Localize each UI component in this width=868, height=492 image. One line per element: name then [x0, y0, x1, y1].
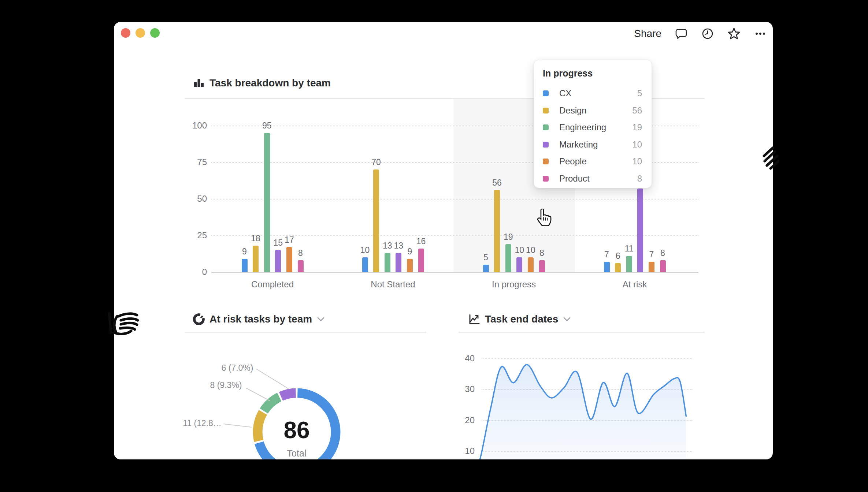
tooltip-row-label: Marketing: [559, 139, 598, 150]
y-axis-tick-label: 10: [449, 446, 475, 456]
y-axis-tick-label: 30: [449, 384, 475, 394]
y-axis-tick-label: 0: [181, 267, 207, 277]
bar-value-label: 8: [529, 248, 555, 258]
minimize-button[interactable]: [136, 28, 145, 38]
donut-chart-title: At risk tasks by team: [209, 313, 312, 325]
tooltip-row: Design56: [543, 102, 642, 119]
gridline: [211, 272, 698, 273]
x-axis-category-label: In progress: [474, 279, 554, 290]
chevron-down-icon: [317, 317, 325, 322]
bar-value-label: 56: [484, 178, 510, 188]
legend-swatch: [543, 176, 549, 182]
legend-swatch: [543, 142, 549, 148]
zoom-button[interactable]: [150, 28, 160, 38]
area-chart: [477, 351, 694, 459]
line-chart-title: Task end dates: [485, 313, 558, 325]
y-axis-tick-label: 50: [181, 194, 207, 204]
bar-value-label: 19: [496, 232, 521, 242]
line-chart-icon: [468, 313, 480, 325]
bar-value-label: 70: [363, 157, 389, 167]
tooltip-row-value: 8: [637, 174, 642, 184]
tooltip-row-label: CX: [559, 88, 571, 98]
x-axis-category-label: At risk: [594, 279, 675, 290]
legend-swatch: [543, 108, 549, 113]
bar-chart-title: Task breakdown by team: [209, 77, 331, 89]
star-icon[interactable]: [727, 27, 741, 40]
bar-value-label: 16: [408, 236, 434, 246]
tooltip-row-value: 10: [632, 139, 642, 150]
bar-marketing-in-progress[interactable]: [516, 257, 522, 272]
chart-tooltip: In progress CX5Design56Engineering19Mark…: [534, 60, 652, 188]
bar-value-label: 95: [254, 121, 280, 131]
history-clock-icon[interactable]: [701, 27, 714, 40]
tooltip-row: Engineering19: [543, 119, 642, 136]
bar-product-not-started[interactable]: [418, 249, 424, 272]
bar-people-not-started[interactable]: [407, 259, 413, 272]
bar-cx-not-started[interactable]: [362, 257, 368, 272]
bar-design-completed[interactable]: [253, 246, 259, 272]
hand-pointer-cursor: [535, 209, 552, 227]
tooltip-row: CX5: [543, 85, 642, 102]
tooltip-row: Marketing10: [543, 136, 642, 153]
hand-doodle-scribble: [106, 310, 147, 340]
donut-total-label: Total: [260, 448, 333, 459]
gridline: [211, 199, 698, 200]
tooltip-row-label: Engineering: [559, 122, 606, 133]
bar-value-label: 17: [277, 235, 302, 245]
squiggle-scribble: [761, 144, 779, 173]
y-axis-tick-label: 25: [181, 230, 207, 241]
bar-cx-at-risk[interactable]: [604, 262, 610, 272]
tooltip-row-label: Product: [559, 174, 590, 184]
bar-engineering-not-started[interactable]: [385, 253, 390, 272]
bar-engineering-completed[interactable]: [264, 133, 270, 272]
more-ellipsis-icon[interactable]: [754, 27, 767, 40]
bar-value-label: 8: [650, 248, 676, 258]
y-axis-tick-label: 100: [181, 120, 207, 131]
bar-design-in-progress[interactable]: [494, 190, 500, 272]
donut-leader-lines: [216, 362, 297, 432]
bar-marketing-completed[interactable]: [275, 250, 281, 272]
bar-product-at-risk[interactable]: [660, 260, 666, 272]
donut-chart-header[interactable]: At risk tasks by team: [193, 313, 325, 325]
tooltip-title: In progress: [543, 68, 642, 79]
legend-swatch: [543, 90, 549, 96]
bar-chart-icon: [193, 77, 205, 89]
x-axis-category-label: Completed: [232, 279, 313, 290]
desktop-background: Share: [0, 0, 868, 492]
tooltip-row: People10: [543, 153, 642, 170]
legend-swatch: [543, 124, 549, 130]
legend-swatch: [543, 159, 549, 164]
line-chart-header[interactable]: Task end dates: [468, 313, 571, 325]
y-axis-tick-label: 75: [181, 157, 207, 167]
bar-engineering-at-risk[interactable]: [626, 256, 632, 272]
y-axis-tick-label: 40: [449, 353, 475, 364]
bar-design-not-started[interactable]: [373, 169, 379, 272]
chevron-down-icon: [563, 317, 571, 322]
divider: [459, 332, 705, 333]
app-window: Share: [114, 22, 773, 459]
bar-product-in-progress[interactable]: [539, 260, 545, 272]
bar-people-in-progress[interactable]: [528, 257, 534, 272]
titlebar-actions: Share: [634, 26, 767, 42]
bar-people-at-risk[interactable]: [649, 262, 654, 272]
area-fill: [477, 365, 686, 459]
y-axis-tick-label: 20: [449, 415, 475, 425]
close-button[interactable]: [121, 28, 130, 38]
share-button[interactable]: Share: [634, 28, 661, 40]
bar-cx-completed[interactable]: [242, 259, 248, 272]
bar-product-completed[interactable]: [298, 260, 304, 272]
tooltip-row-value: 10: [632, 156, 642, 167]
tooltip-row-label: Design: [559, 105, 587, 116]
tooltip-row-label: People: [559, 156, 587, 167]
bar-design-at-risk[interactable]: [615, 263, 621, 272]
window-controls: [121, 28, 160, 38]
x-axis-category-label: Not Started: [353, 279, 433, 290]
tooltip-row-value: 56: [632, 105, 642, 116]
bar-value-label: 8: [288, 248, 314, 258]
divider: [185, 332, 426, 333]
bar-cx-in-progress[interactable]: [483, 265, 489, 272]
donut-chart-icon: [193, 313, 205, 325]
tooltip-row-value: 5: [637, 88, 642, 98]
comment-icon[interactable]: [675, 27, 688, 40]
bar-chart-header: Task breakdown by team: [193, 77, 331, 89]
